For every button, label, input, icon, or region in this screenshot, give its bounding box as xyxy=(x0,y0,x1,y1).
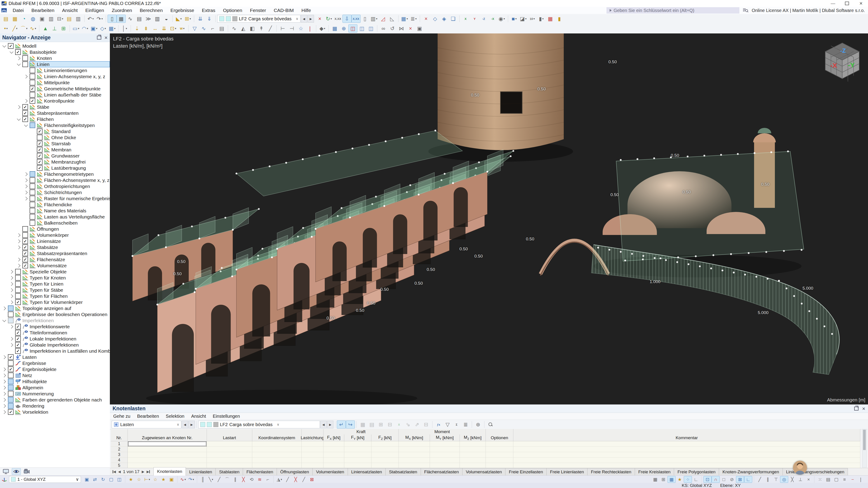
measure-icon[interactable]: ╱ xyxy=(266,24,275,33)
tree-expander-icon[interactable] xyxy=(16,257,21,262)
tree-checkbox[interactable] xyxy=(8,360,13,366)
tree-item-membranzugfrei[interactable]: ✓Membranzugfrei xyxy=(0,159,110,165)
tree-expander-icon[interactable] xyxy=(2,318,7,323)
tree-expander-icon[interactable] xyxy=(2,306,7,311)
snap-parallel-icon[interactable]: ∥ xyxy=(764,476,772,483)
grid-show-icon[interactable]: ▦ xyxy=(651,476,659,483)
box-snap-icon[interactable]: ⊠ xyxy=(736,476,744,483)
snap-box-icon[interactable]: ▣ xyxy=(167,476,176,483)
column-header-fx[interactable]: FX[kN] xyxy=(323,434,344,441)
table-cell[interactable] xyxy=(344,463,371,468)
tree-item-imperfektionswerte[interactable]: ✓Imperfektionswerte xyxy=(0,324,110,330)
view-y-icon[interactable]: Y xyxy=(470,15,479,23)
table-cell[interactable] xyxy=(302,441,323,447)
tree-item-liniensätze[interactable]: ✓Liniensätze xyxy=(0,238,110,244)
table-cell[interactable] xyxy=(399,457,430,463)
square-snap-icon[interactable]: □ xyxy=(720,476,728,483)
grid-star-icon[interactable]: ★ xyxy=(676,476,684,483)
tree-item-raster-für-numerische-ergebnisse[interactable]: Raster für numerische Ergebnisse xyxy=(0,195,110,201)
filter-table-icon[interactable]: ▽ xyxy=(443,420,452,429)
tables-panel-toggle-icon[interactable]: ▦ xyxy=(117,15,126,23)
tree-expander-icon[interactable] xyxy=(24,184,29,189)
tree-checkbox[interactable]: ✓ xyxy=(22,104,28,110)
undo-icon[interactable]: ↶▾ xyxy=(86,15,95,23)
table-cell[interactable] xyxy=(344,452,371,457)
clear-results-icon[interactable]: × xyxy=(422,15,431,23)
tree-expander-icon[interactable] xyxy=(16,117,21,122)
table-cell[interactable] xyxy=(207,463,252,468)
table-cell[interactable] xyxy=(302,447,323,452)
table-cell[interactable] xyxy=(486,457,513,463)
table-cell[interactable] xyxy=(323,457,344,463)
printout-reports-icon[interactable]: ▥ xyxy=(74,15,83,23)
jump-to-model-icon[interactable]: ↵ xyxy=(337,420,346,429)
tree-expander-icon[interactable] xyxy=(24,172,29,177)
load-values-icon[interactable]: X.XX xyxy=(333,15,342,23)
grid-snap-icon[interactable]: ⊡ xyxy=(704,476,712,483)
wall-panel-icon[interactable]: ▮ xyxy=(555,15,564,23)
jump-from-model-icon[interactable]: ↪ xyxy=(346,420,355,429)
table-cell[interactable] xyxy=(371,447,399,452)
tree-checkbox[interactable] xyxy=(30,68,35,73)
next-loadcase-button[interactable]: ▶ xyxy=(308,15,314,23)
table-cell[interactable] xyxy=(486,463,513,468)
column-header-koordinatensystem[interactable]: Koordinatensystem xyxy=(252,434,302,441)
tree-checkbox[interactable] xyxy=(8,379,13,384)
edit-box-icon[interactable]: ▣ xyxy=(83,476,91,483)
tree-checkbox[interactable] xyxy=(8,372,13,378)
table-cell[interactable] xyxy=(207,447,252,452)
table-cell[interactable] xyxy=(460,452,486,457)
edit-solid-icon[interactable]: ◈ xyxy=(440,15,449,23)
delete-loadcase-icon[interactable]: × xyxy=(315,15,324,23)
print-icon[interactable]: ⊟▾ xyxy=(56,15,65,23)
tree-item-schichtrichtungen[interactable]: Schichtrichtungen xyxy=(0,189,110,195)
tree-item-ergebnisse[interactable]: Ergebnisse xyxy=(0,360,110,366)
menu-berechnen[interactable]: Berechnen xyxy=(136,7,166,14)
table-cell[interactable] xyxy=(252,441,302,447)
tree-checkbox[interactable]: ✓ xyxy=(8,43,13,49)
import-table-icon[interactable]: ⇘ xyxy=(403,420,412,429)
menu-ergebnisse[interactable]: Ergebnisse xyxy=(166,7,198,14)
selection-box-icon[interactable]: ▢ xyxy=(832,476,840,483)
tree-item-membran[interactable]: ✓Membran xyxy=(0,147,110,153)
tree-expander-icon[interactable] xyxy=(2,373,7,378)
table-cell[interactable] xyxy=(399,463,430,468)
table-menu-selektion[interactable]: Selektion xyxy=(162,414,188,419)
new-spline-icon[interactable]: ∿▾ xyxy=(29,24,37,33)
new-object-icon[interactable]: ⊞▾ xyxy=(183,15,192,23)
tree-item-typen-für-volumenkörper[interactable]: ✓Typen für Volumenkörper xyxy=(0,299,110,305)
cube-face-x[interactable]: -X xyxy=(830,62,837,69)
tree-item-ohne-dicke[interactable]: Ohne Dicke xyxy=(0,134,110,140)
copy-solid-icon[interactable]: ❏ xyxy=(449,15,458,23)
mirror-objects-icon[interactable]: ⋈ xyxy=(397,24,406,33)
menu-zuordnen[interactable]: Zuordnen xyxy=(108,7,136,14)
clipping-box-icon[interactable]: ⌐ xyxy=(208,24,217,33)
tree-checkbox[interactable] xyxy=(30,196,35,201)
tree-checkbox[interactable] xyxy=(15,287,21,293)
magic-select-icon[interactable]: ☆ xyxy=(296,24,305,33)
tree-item-ergebnisse-der-booleschen-operationen[interactable]: Ergebnisse der booleschen Operationen xyxy=(0,311,110,318)
table-cell[interactable] xyxy=(302,463,323,468)
restore-button[interactable] xyxy=(840,0,854,7)
tree-item-topologie-anzeigen-auf[interactable]: Topologie anzeigen auf xyxy=(0,305,110,311)
line-support-icon[interactable]: ⊥ xyxy=(50,24,59,33)
tree-expander-icon[interactable] xyxy=(16,239,21,244)
table-settings-icon[interactable]: ⊛ xyxy=(473,420,483,429)
table-cell[interactable] xyxy=(344,441,371,447)
tree-item-flächen[interactable]: ✓Flächen xyxy=(0,116,110,122)
table-cell[interactable] xyxy=(323,452,344,457)
table-cell[interactable] xyxy=(399,452,430,457)
rotate-objects-icon[interactable]: ↺ xyxy=(388,24,397,33)
tree-checkbox[interactable] xyxy=(15,281,21,287)
table-cell[interactable] xyxy=(513,441,860,447)
tree-item-linien-außerhalb-der-stäbe[interactable]: Linien außerhalb der Stäbe xyxy=(0,92,110,98)
tree-item-linienorientierungen[interactable]: Linienorientierungen xyxy=(0,67,110,73)
delete-row-icon[interactable]: ⊟ xyxy=(385,420,395,429)
save-icon[interactable]: ▥ xyxy=(46,15,56,23)
table-cell[interactable] xyxy=(207,452,252,457)
snap-node-icon[interactable]: ★ xyxy=(127,476,135,483)
pin-tool-icon[interactable]: ❘ xyxy=(857,476,865,483)
tree-item-typen-für-stäbe[interactable]: Typen für Stäbe xyxy=(0,287,110,293)
new-node-icon[interactable]: •▾ xyxy=(1,24,10,33)
table-cell[interactable] xyxy=(486,441,513,447)
